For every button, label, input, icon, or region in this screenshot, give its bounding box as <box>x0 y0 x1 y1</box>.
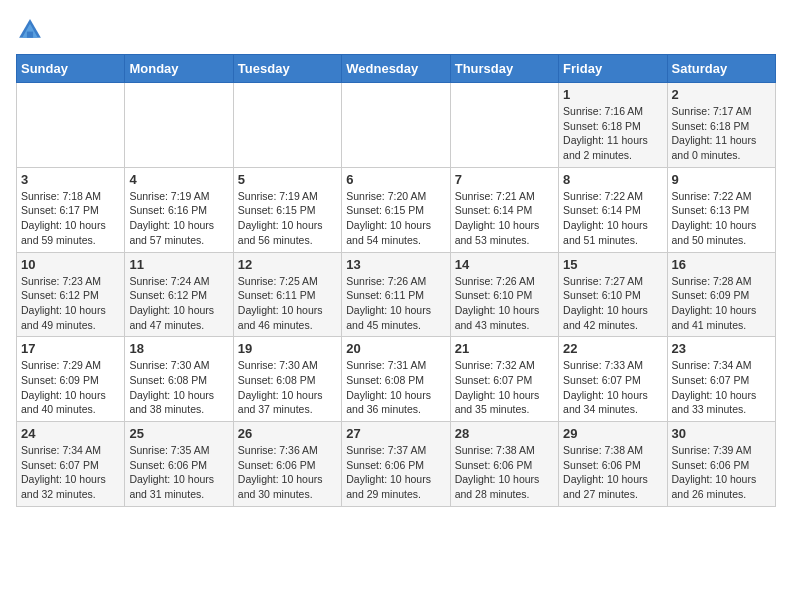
page-header <box>16 16 776 44</box>
day-info: Sunrise: 7:33 AM Sunset: 6:07 PM Dayligh… <box>563 358 662 417</box>
day-info: Sunrise: 7:18 AM Sunset: 6:17 PM Dayligh… <box>21 189 120 248</box>
calendar-cell: 12Sunrise: 7:25 AM Sunset: 6:11 PM Dayli… <box>233 252 341 337</box>
day-info: Sunrise: 7:30 AM Sunset: 6:08 PM Dayligh… <box>129 358 228 417</box>
day-number: 16 <box>672 257 771 272</box>
calendar-cell: 28Sunrise: 7:38 AM Sunset: 6:06 PM Dayli… <box>450 422 558 507</box>
weekday-header: Friday <box>559 55 667 83</box>
logo <box>16 16 48 44</box>
day-number: 3 <box>21 172 120 187</box>
calendar-week-row: 3Sunrise: 7:18 AM Sunset: 6:17 PM Daylig… <box>17 167 776 252</box>
day-number: 12 <box>238 257 337 272</box>
calendar-cell: 19Sunrise: 7:30 AM Sunset: 6:08 PM Dayli… <box>233 337 341 422</box>
day-number: 21 <box>455 341 554 356</box>
day-info: Sunrise: 7:36 AM Sunset: 6:06 PM Dayligh… <box>238 443 337 502</box>
calendar-cell: 13Sunrise: 7:26 AM Sunset: 6:11 PM Dayli… <box>342 252 450 337</box>
calendar-cell: 21Sunrise: 7:32 AM Sunset: 6:07 PM Dayli… <box>450 337 558 422</box>
calendar-cell: 3Sunrise: 7:18 AM Sunset: 6:17 PM Daylig… <box>17 167 125 252</box>
calendar-week-row: 10Sunrise: 7:23 AM Sunset: 6:12 PM Dayli… <box>17 252 776 337</box>
calendar-cell: 1Sunrise: 7:16 AM Sunset: 6:18 PM Daylig… <box>559 83 667 168</box>
svg-rect-2 <box>27 32 33 38</box>
day-number: 8 <box>563 172 662 187</box>
calendar-week-row: 17Sunrise: 7:29 AM Sunset: 6:09 PM Dayli… <box>17 337 776 422</box>
day-info: Sunrise: 7:37 AM Sunset: 6:06 PM Dayligh… <box>346 443 445 502</box>
calendar-cell: 20Sunrise: 7:31 AM Sunset: 6:08 PM Dayli… <box>342 337 450 422</box>
weekday-header: Tuesday <box>233 55 341 83</box>
day-info: Sunrise: 7:27 AM Sunset: 6:10 PM Dayligh… <box>563 274 662 333</box>
calendar-cell: 9Sunrise: 7:22 AM Sunset: 6:13 PM Daylig… <box>667 167 775 252</box>
calendar-cell: 18Sunrise: 7:30 AM Sunset: 6:08 PM Dayli… <box>125 337 233 422</box>
calendar-cell <box>342 83 450 168</box>
day-info: Sunrise: 7:34 AM Sunset: 6:07 PM Dayligh… <box>672 358 771 417</box>
day-info: Sunrise: 7:16 AM Sunset: 6:18 PM Dayligh… <box>563 104 662 163</box>
day-number: 23 <box>672 341 771 356</box>
calendar-cell: 24Sunrise: 7:34 AM Sunset: 6:07 PM Dayli… <box>17 422 125 507</box>
day-number: 29 <box>563 426 662 441</box>
weekday-header: Thursday <box>450 55 558 83</box>
weekday-header-row: SundayMondayTuesdayWednesdayThursdayFrid… <box>17 55 776 83</box>
calendar-cell: 8Sunrise: 7:22 AM Sunset: 6:14 PM Daylig… <box>559 167 667 252</box>
calendar-cell: 26Sunrise: 7:36 AM Sunset: 6:06 PM Dayli… <box>233 422 341 507</box>
day-info: Sunrise: 7:19 AM Sunset: 6:16 PM Dayligh… <box>129 189 228 248</box>
weekday-header: Wednesday <box>342 55 450 83</box>
calendar-cell: 25Sunrise: 7:35 AM Sunset: 6:06 PM Dayli… <box>125 422 233 507</box>
day-info: Sunrise: 7:28 AM Sunset: 6:09 PM Dayligh… <box>672 274 771 333</box>
day-number: 14 <box>455 257 554 272</box>
day-info: Sunrise: 7:34 AM Sunset: 6:07 PM Dayligh… <box>21 443 120 502</box>
day-number: 5 <box>238 172 337 187</box>
weekday-header: Monday <box>125 55 233 83</box>
weekday-header: Sunday <box>17 55 125 83</box>
day-info: Sunrise: 7:38 AM Sunset: 6:06 PM Dayligh… <box>455 443 554 502</box>
day-number: 1 <box>563 87 662 102</box>
day-info: Sunrise: 7:25 AM Sunset: 6:11 PM Dayligh… <box>238 274 337 333</box>
calendar-table: SundayMondayTuesdayWednesdayThursdayFrid… <box>16 54 776 507</box>
day-info: Sunrise: 7:39 AM Sunset: 6:06 PM Dayligh… <box>672 443 771 502</box>
calendar-cell: 29Sunrise: 7:38 AM Sunset: 6:06 PM Dayli… <box>559 422 667 507</box>
calendar-cell: 10Sunrise: 7:23 AM Sunset: 6:12 PM Dayli… <box>17 252 125 337</box>
calendar-cell: 30Sunrise: 7:39 AM Sunset: 6:06 PM Dayli… <box>667 422 775 507</box>
weekday-header: Saturday <box>667 55 775 83</box>
calendar-cell: 14Sunrise: 7:26 AM Sunset: 6:10 PM Dayli… <box>450 252 558 337</box>
calendar-cell: 6Sunrise: 7:20 AM Sunset: 6:15 PM Daylig… <box>342 167 450 252</box>
calendar-cell: 11Sunrise: 7:24 AM Sunset: 6:12 PM Dayli… <box>125 252 233 337</box>
day-info: Sunrise: 7:20 AM Sunset: 6:15 PM Dayligh… <box>346 189 445 248</box>
day-number: 27 <box>346 426 445 441</box>
day-info: Sunrise: 7:26 AM Sunset: 6:10 PM Dayligh… <box>455 274 554 333</box>
day-number: 4 <box>129 172 228 187</box>
calendar-cell: 22Sunrise: 7:33 AM Sunset: 6:07 PM Dayli… <box>559 337 667 422</box>
calendar-cell: 7Sunrise: 7:21 AM Sunset: 6:14 PM Daylig… <box>450 167 558 252</box>
calendar-cell <box>125 83 233 168</box>
day-number: 24 <box>21 426 120 441</box>
day-info: Sunrise: 7:22 AM Sunset: 6:14 PM Dayligh… <box>563 189 662 248</box>
calendar-cell <box>233 83 341 168</box>
calendar-cell: 17Sunrise: 7:29 AM Sunset: 6:09 PM Dayli… <box>17 337 125 422</box>
day-info: Sunrise: 7:24 AM Sunset: 6:12 PM Dayligh… <box>129 274 228 333</box>
calendar-cell: 27Sunrise: 7:37 AM Sunset: 6:06 PM Dayli… <box>342 422 450 507</box>
calendar-cell <box>17 83 125 168</box>
day-number: 13 <box>346 257 445 272</box>
calendar-week-row: 1Sunrise: 7:16 AM Sunset: 6:18 PM Daylig… <box>17 83 776 168</box>
calendar-cell: 2Sunrise: 7:17 AM Sunset: 6:18 PM Daylig… <box>667 83 775 168</box>
calendar-cell <box>450 83 558 168</box>
day-info: Sunrise: 7:19 AM Sunset: 6:15 PM Dayligh… <box>238 189 337 248</box>
day-number: 20 <box>346 341 445 356</box>
day-info: Sunrise: 7:21 AM Sunset: 6:14 PM Dayligh… <box>455 189 554 248</box>
day-info: Sunrise: 7:17 AM Sunset: 6:18 PM Dayligh… <box>672 104 771 163</box>
day-number: 25 <box>129 426 228 441</box>
day-number: 11 <box>129 257 228 272</box>
day-info: Sunrise: 7:35 AM Sunset: 6:06 PM Dayligh… <box>129 443 228 502</box>
day-number: 17 <box>21 341 120 356</box>
calendar-cell: 4Sunrise: 7:19 AM Sunset: 6:16 PM Daylig… <box>125 167 233 252</box>
day-info: Sunrise: 7:31 AM Sunset: 6:08 PM Dayligh… <box>346 358 445 417</box>
day-info: Sunrise: 7:29 AM Sunset: 6:09 PM Dayligh… <box>21 358 120 417</box>
day-info: Sunrise: 7:30 AM Sunset: 6:08 PM Dayligh… <box>238 358 337 417</box>
day-info: Sunrise: 7:22 AM Sunset: 6:13 PM Dayligh… <box>672 189 771 248</box>
day-number: 10 <box>21 257 120 272</box>
calendar-week-row: 24Sunrise: 7:34 AM Sunset: 6:07 PM Dayli… <box>17 422 776 507</box>
calendar-cell: 5Sunrise: 7:19 AM Sunset: 6:15 PM Daylig… <box>233 167 341 252</box>
calendar-cell: 23Sunrise: 7:34 AM Sunset: 6:07 PM Dayli… <box>667 337 775 422</box>
day-number: 2 <box>672 87 771 102</box>
day-number: 22 <box>563 341 662 356</box>
day-number: 7 <box>455 172 554 187</box>
day-info: Sunrise: 7:38 AM Sunset: 6:06 PM Dayligh… <box>563 443 662 502</box>
day-number: 6 <box>346 172 445 187</box>
